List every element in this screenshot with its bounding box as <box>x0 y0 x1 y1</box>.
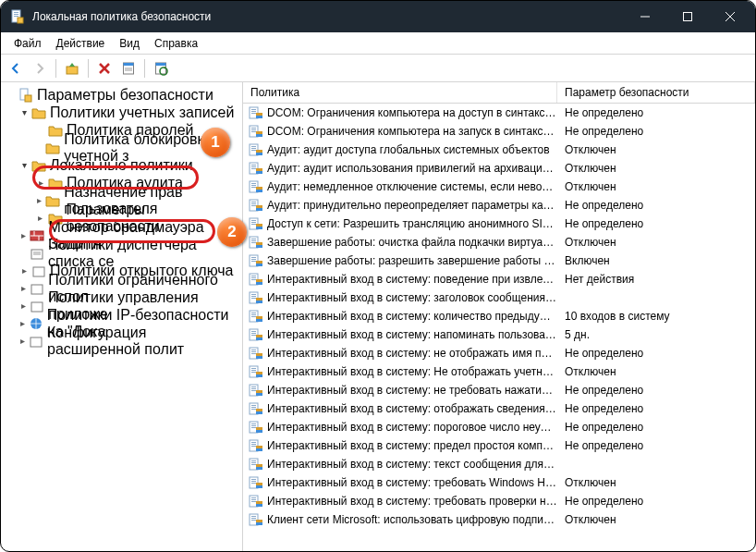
policy-icon <box>249 161 263 176</box>
app-icon <box>10 9 25 24</box>
svg-rect-156 <box>251 483 256 484</box>
list-row[interactable]: Интерактивный вход в систему: не отображ… <box>243 344 755 362</box>
svg-rect-78 <box>251 242 256 243</box>
list-row[interactable]: Завершение работы: разрешить завершение … <box>243 251 755 270</box>
list-row[interactable]: Интерактивный вход в систему: заголовок … <box>243 288 755 307</box>
policy-icon <box>249 401 263 416</box>
policy-value: Отключен <box>557 476 755 489</box>
list-row[interactable]: Аудит: немедленное отключение системы, е… <box>243 178 755 196</box>
policy-value: Отключен <box>557 162 755 175</box>
svg-rect-42 <box>251 131 256 132</box>
svg-rect-88 <box>251 276 256 276</box>
svg-rect-112 <box>251 350 256 350</box>
tree-advanced-audit[interactable]: Конфигурация расширенной полит <box>3 332 240 350</box>
menu-file[interactable]: Файл <box>6 35 49 52</box>
back-button[interactable] <box>5 57 27 80</box>
col-policy[interactable]: Политика <box>243 82 557 103</box>
svg-rect-115 <box>256 353 262 356</box>
svg-rect-110 <box>256 337 262 340</box>
svg-rect-96 <box>251 298 256 299</box>
policy-name: Интерактивный вход в систему: не требова… <box>267 384 557 397</box>
svg-rect-37 <box>256 113 262 116</box>
forward-button[interactable] <box>29 57 51 80</box>
minimize-button[interactable] <box>624 1 666 32</box>
svg-rect-127 <box>256 390 262 393</box>
list-row[interactable]: Доступ к сети: Разрешить трансляцию анон… <box>243 215 755 233</box>
policy-name: Интерактивный вход в систему: отображать… <box>267 402 557 415</box>
tree-pane[interactable]: Параметры безопасности Политики учетных … <box>1 82 243 551</box>
refresh-button[interactable] <box>150 57 172 80</box>
svg-rect-100 <box>251 313 256 313</box>
svg-rect-34 <box>251 109 256 110</box>
svg-rect-132 <box>251 409 256 410</box>
policy-name: Доступ к сети: Разрешить трансляцию анон… <box>267 217 557 230</box>
separator <box>55 59 56 78</box>
list-row[interactable]: Интерактивный вход в систему: напоминать… <box>243 325 755 344</box>
svg-rect-68 <box>256 208 262 211</box>
svg-rect-102 <box>251 316 256 317</box>
svg-rect-142 <box>251 442 256 443</box>
col-setting[interactable]: Параметр безопасности <box>557 82 755 103</box>
list-row[interactable]: Аудит: аудит доступа глобальных системны… <box>243 141 755 159</box>
separator <box>88 59 89 78</box>
policy-name: Интерактивный вход в систему: Не отображ… <box>267 365 557 378</box>
list-row[interactable]: Интерактивный вход в систему: поведение … <box>243 270 755 288</box>
list-row[interactable]: DCOM: Ограничения компьютера на доступ в… <box>243 104 755 122</box>
delete-button[interactable] <box>93 57 116 80</box>
list-row[interactable]: Интерактивный вход в систему: пороговое … <box>243 418 755 436</box>
maximize-button[interactable] <box>666 1 709 32</box>
tree-root[interactable]: Параметры безопасности <box>3 86 240 104</box>
ipsec-icon <box>29 316 43 331</box>
policy-name: DCOM: Ограничения компьютера на запуск в… <box>267 125 557 138</box>
list-row[interactable]: Интерактивный вход в систему: текст сооб… <box>243 455 755 473</box>
list-row[interactable]: Интерактивный вход в систему: требовать … <box>243 492 755 510</box>
list-row[interactable]: DCOM: Ограничения компьютера на запуск в… <box>243 122 755 141</box>
svg-rect-108 <box>251 335 256 336</box>
tree-network-list[interactable]: Политики диспетчера списка се <box>3 244 240 262</box>
list-row[interactable]: Интерактивный вход в систему: предел про… <box>243 436 755 455</box>
list-row[interactable]: Интерактивный вход в систему: количество… <box>243 307 755 325</box>
policy-value: Отключен <box>557 236 755 249</box>
policy-icon <box>249 494 263 509</box>
list-row[interactable]: Интерактивный вход в систему: не требова… <box>243 381 755 399</box>
svg-rect-73 <box>256 224 262 227</box>
policy-name: Завершение работы: разрешить завершение … <box>267 254 557 267</box>
list-row[interactable]: Аудит: аудит использования привилегий на… <box>243 159 755 178</box>
firewall-icon <box>30 228 44 243</box>
policy-icon <box>249 142 263 157</box>
svg-rect-148 <box>251 460 256 461</box>
svg-rect-149 <box>251 462 256 463</box>
tree-account-policies[interactable]: Политики учетных записей <box>3 104 240 121</box>
security-root-icon <box>18 88 33 103</box>
svg-rect-95 <box>251 296 256 297</box>
menu-help[interactable]: Справка <box>147 35 205 52</box>
svg-rect-166 <box>251 516 256 517</box>
properties-button[interactable] <box>117 57 140 80</box>
list-row[interactable]: Интерактивный вход в систему: Не отображ… <box>243 362 755 381</box>
list-row[interactable]: Завершение работы: очистка файла подкачк… <box>243 233 755 251</box>
menu-view[interactable]: Вид <box>112 35 147 52</box>
svg-rect-55 <box>256 168 262 171</box>
list-row[interactable]: Клиент сети Microsoft: использовать цифр… <box>243 510 755 529</box>
close-button[interactable] <box>709 1 751 32</box>
list-body[interactable]: DCOM: Ограничения компьютера на доступ в… <box>243 104 755 551</box>
svg-rect-66 <box>251 205 256 206</box>
list-row[interactable]: Интерактивный вход в систему: отображать… <box>243 399 755 418</box>
list-row[interactable]: Аудит: принудительно переопределяет пара… <box>243 196 755 215</box>
policy-name: Клиент сети Microsoft: использовать цифр… <box>267 513 557 526</box>
list-row[interactable]: Интерактивный вход в систему: требовать … <box>243 473 755 492</box>
svg-rect-103 <box>256 316 262 319</box>
svg-rect-170 <box>256 522 262 525</box>
svg-rect-92 <box>256 282 262 285</box>
up-button[interactable] <box>61 57 83 80</box>
svg-rect-126 <box>251 390 256 391</box>
policy-icon <box>249 438 263 453</box>
svg-rect-137 <box>251 425 256 426</box>
policy-icon <box>249 253 263 268</box>
menu-action[interactable]: Действие <box>49 35 113 52</box>
policy-value: Не определено <box>557 217 755 230</box>
svg-rect-86 <box>256 264 262 266</box>
svg-rect-61 <box>256 187 262 190</box>
policy-name: Интерактивный вход в систему: поведение … <box>267 273 557 286</box>
tree-lockout-policy[interactable]: Политика блокировки учетной з <box>3 139 240 156</box>
